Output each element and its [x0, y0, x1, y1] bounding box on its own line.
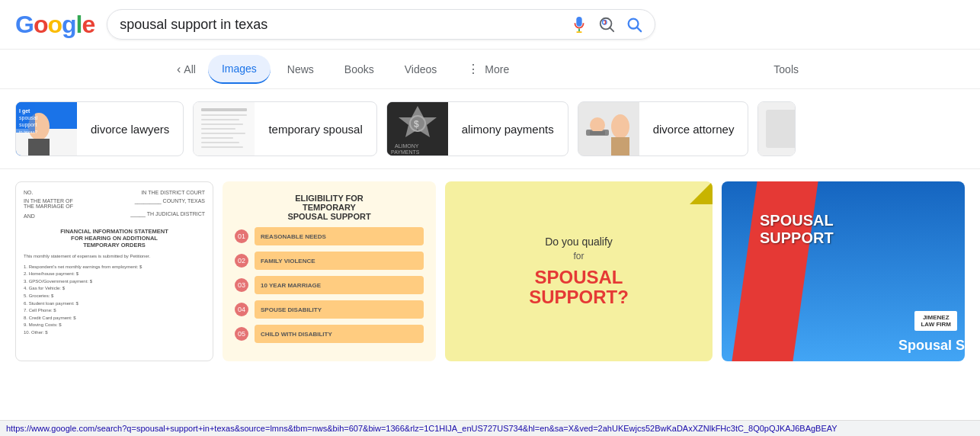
doc-header: NO. IN THE MATTER OF THE MARRIAGE OF AND…: [24, 190, 205, 219]
elig-item-5: 05 CHILD WITH DISABILITY: [235, 325, 424, 343]
search-bar[interactable]: [107, 9, 655, 40]
svg-rect-24: [201, 142, 239, 143]
svg-text:spousal: spousal: [19, 115, 38, 121]
svg-point-36: [590, 117, 605, 133]
banner-stripe: [732, 181, 818, 361]
svg-rect-21: [201, 128, 235, 130]
lens-button[interactable]: [598, 16, 615, 33]
tab-books[interactable]: Books: [331, 56, 388, 83]
chip-preview[interactable]: [757, 101, 796, 156]
search-submit-button[interactable]: [626, 16, 642, 33]
tab-more[interactable]: ⋮ More: [453, 54, 523, 84]
chip-image-alimony: $ ALIMONY PAYMENTS: [387, 102, 448, 155]
chip-alimony-payments-label: alimony payments: [448, 123, 568, 136]
svg-rect-18: [201, 114, 247, 116]
svg-point-33: [611, 114, 629, 139]
mic-icon: [571, 16, 588, 33]
tab-news[interactable]: News: [274, 56, 328, 83]
elig-item-3: 03 10 YEAR MARRIAGE: [235, 276, 424, 294]
svg-rect-22: [201, 133, 245, 134]
result-card-document[interactable]: NO. IN THE MATTER OF THE MARRIAGE OF AND…: [15, 181, 213, 361]
lens-icon: [598, 16, 615, 33]
related-searches: I get spousal support in texas? divorce …: [0, 89, 980, 169]
nav-tabs: ‹ All Images News Books Videos ⋮ More To…: [0, 50, 980, 89]
all-tab-label: All: [184, 63, 196, 75]
tab-books-label: Books: [344, 63, 374, 75]
svg-rect-34: [611, 137, 629, 155]
chip-temporary-spousal-label: temporary spousal: [255, 123, 376, 136]
svg-rect-32: [578, 102, 639, 155]
eligibility-items: 01 REASONABLE NEEDS 02 FAMILY VIOLENCE 0…: [235, 227, 424, 349]
result-card-banner[interactable]: SPOUSALSUPPORT JIMENEZLAW FIRM Spousal S: [722, 181, 965, 361]
tools-label: Tools: [773, 63, 799, 75]
chip-image-preview: [758, 102, 796, 155]
search-input[interactable]: [120, 17, 563, 33]
tab-images[interactable]: Images: [208, 55, 271, 84]
search-icon: [626, 16, 642, 33]
chip-divorce-lawyers-label: divorce lawyers: [77, 123, 183, 136]
elig-item-4: 04 SPOUSE DISABILITY: [235, 300, 424, 319]
svg-rect-23: [201, 137, 233, 139]
doc-body: This monthly statement of expenses is su…: [24, 253, 205, 337]
image-results: NO. IN THE MATTER OF THE MARRIAGE OF AND…: [0, 169, 980, 373]
svg-text:support: support: [19, 122, 37, 128]
svg-rect-19: [201, 119, 239, 120]
svg-text:$: $: [414, 119, 419, 130]
svg-rect-10: [28, 139, 50, 155]
svg-text:ALIMONY: ALIMONY: [395, 143, 419, 149]
svg-text:I get: I get: [19, 108, 30, 114]
svg-rect-17: [201, 108, 247, 111]
chip-image-temp-spousal: [194, 102, 255, 155]
result-card-notepad[interactable]: Do you qualify for SPOUSAL SUPPORT?: [445, 181, 713, 361]
notepad-line2: for: [529, 251, 629, 261]
svg-rect-25: [201, 146, 243, 148]
doc-title: FINANCIAL INFORMATION STATEMENTFOR HEARI…: [24, 228, 205, 248]
header: Google: [0, 0, 980, 50]
tab-images-label: Images: [222, 63, 257, 75]
google-logo[interactable]: Google: [15, 11, 94, 39]
chip-alimony-payments[interactable]: $ ALIMONY PAYMENTS alimony payments: [386, 101, 568, 156]
chip-temporary-spousal[interactable]: temporary spousal: [193, 101, 376, 156]
chip-divorce-lawyers[interactable]: I get spousal support in texas? divorce …: [15, 101, 184, 156]
svg-text:in texas?: in texas?: [19, 130, 38, 134]
elig-item-1: 01 REASONABLE NEEDS: [235, 227, 424, 245]
banner-spousal-s-label: Spousal S: [898, 338, 965, 354]
notepad-big1: SPOUSAL SUPPORT?: [529, 268, 629, 308]
chip-divorce-attorney[interactable]: divorce attorney: [578, 101, 749, 156]
tab-videos[interactable]: Videos: [391, 56, 451, 83]
tools-button[interactable]: Tools: [760, 56, 812, 83]
tab-news-label: News: [287, 63, 314, 75]
chevron-left-icon: ‹: [177, 63, 181, 76]
svg-text:PAYMENTS: PAYMENTS: [391, 149, 420, 155]
notepad-content: Do you qualify for SPOUSAL SUPPORT?: [529, 236, 629, 308]
tab-more-label: More: [485, 63, 509, 75]
chip-image-divorce-atty: [578, 102, 639, 155]
back-to-all[interactable]: ‹ All: [168, 55, 205, 84]
microphone-button[interactable]: [571, 16, 588, 33]
search-icon-group: [571, 16, 642, 33]
svg-rect-39: [766, 110, 796, 148]
chip-image-divorce-lawyers: I get spousal support in texas?: [16, 102, 77, 155]
elig-item-2: 02 FAMILY VIOLENCE: [235, 252, 424, 270]
svg-line-6: [637, 27, 641, 31]
svg-rect-37: [590, 131, 605, 135]
svg-line-3: [610, 27, 613, 31]
chip-divorce-attorney-label: divorce attorney: [639, 123, 748, 136]
result-card-eligibility[interactable]: ELIGIBILITY FORTEMPORARYSPOUSAL SUPPORT …: [223, 181, 436, 361]
banner-main-text: SPOUSALSUPPORT: [760, 212, 834, 247]
svg-rect-1: [577, 31, 582, 33]
svg-rect-20: [201, 123, 243, 125]
banner-firm-logo: JIMENEZLAW FIRM: [914, 311, 957, 331]
eligibility-title: ELIGIBILITY FORTEMPORARYSPOUSAL SUPPORT: [287, 194, 370, 221]
tab-videos-label: Videos: [405, 63, 437, 75]
more-dots-icon: ⋮: [467, 62, 480, 76]
notepad-line1: Do you qualify: [529, 236, 629, 248]
svg-rect-0: [578, 29, 580, 32]
